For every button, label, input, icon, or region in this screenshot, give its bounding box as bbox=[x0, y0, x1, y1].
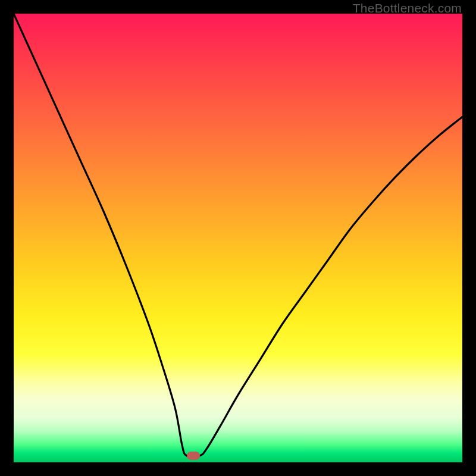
curve-path bbox=[14, 14, 462, 457]
chart-frame: TheBottleneck.com bbox=[0, 0, 476, 476]
bottleneck-curve bbox=[14, 14, 462, 462]
plot-area bbox=[14, 14, 462, 462]
optimal-marker bbox=[187, 452, 200, 460]
